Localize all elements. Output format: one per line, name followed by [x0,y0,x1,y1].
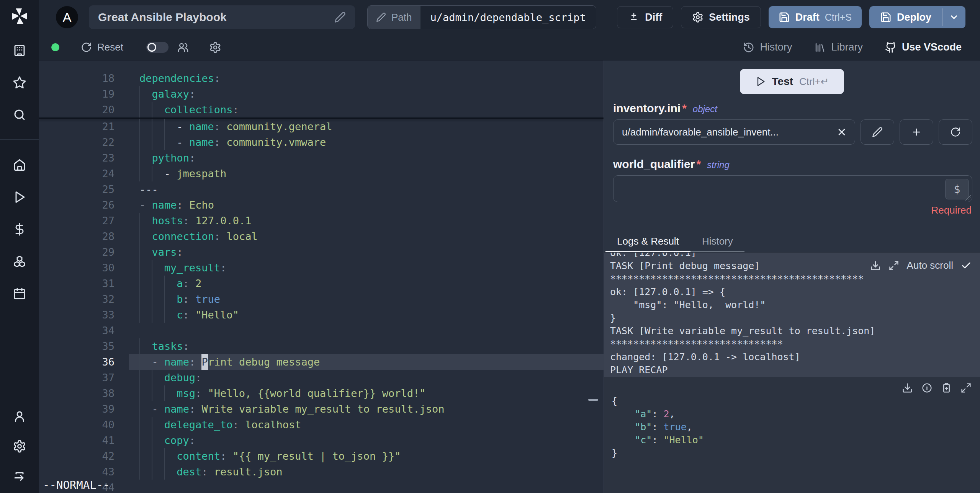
code-line[interactable]: 29vars: [39,244,604,260]
search-icon[interactable] [13,108,26,122]
home-icon[interactable] [13,158,26,172]
log-output[interactable]: ok: [127.0.0.1]TASK [Print debug message… [604,252,980,377]
reset-button[interactable]: Reset [81,41,123,53]
code-line[interactable]: 41copy: [39,433,604,448]
settings-gear-icon[interactable] [13,439,26,453]
code-line[interactable]: 19galaxy: [39,86,604,102]
log-line: "msg": "Hello, world!" [610,299,980,312]
code-line[interactable]: 42content: "{{ my_result | to_json }}" [39,448,604,464]
code-line[interactable]: 44 [39,480,604,493]
library-button[interactable]: Library [814,41,863,53]
code-line[interactable]: 33c: "Hello" [39,307,604,323]
splitter-grip[interactable] [588,399,598,401]
toggle-switch[interactable] [146,42,169,53]
settings-label: Settings [709,11,750,23]
code-line[interactable]: 22- name: community.vmware [39,134,604,150]
path-label: Path [391,11,412,23]
code-line[interactable]: 38msg: "Hello, {{world_qualifier}} world… [39,385,604,401]
settings-button[interactable]: Settings [681,6,761,28]
result-viewer[interactable]: { "a": 2, "b": true, "c": "Hello"} [604,377,980,493]
code-line[interactable]: 34 [39,323,604,338]
runs-play-icon[interactable] [13,190,26,204]
history-button[interactable]: History [743,41,792,53]
resize-handle[interactable] [965,195,971,201]
deploy-dropdown-button[interactable] [942,6,965,28]
line-number: 22 [39,134,118,150]
world-qualifier-field-label: world_qualifier * string [613,158,972,171]
test-button[interactable]: Test Ctrl+↵ [740,69,844,94]
line-number: 32 [39,291,118,307]
code-line[interactable]: 20collections: [39,102,604,118]
tab-history[interactable]: History [690,231,744,252]
deploy-button[interactable]: Deploy [869,6,942,28]
code-line[interactable]: 30my_result: [39,260,604,276]
line-number: 35 [39,338,118,354]
info-icon[interactable] [921,382,933,393]
code-line[interactable]: 37debug: [39,370,604,385]
result-line: "b": true, [612,421,980,434]
path-value[interactable]: u/admin/dependable_script [420,6,596,29]
schedules-calendar-icon[interactable] [13,287,26,300]
library-icon [814,42,826,53]
sidebar [0,0,39,493]
code-line[interactable]: 43dest: result.json [39,464,604,480]
resources-boxes-icon[interactable] [13,255,26,268]
code-line[interactable]: 27hosts: 127.0.0.1 [39,213,604,229]
line-number: 20 [39,102,118,118]
save-icon [880,11,892,23]
deploy-label: Deploy [897,11,931,23]
download-log-icon[interactable] [870,260,881,271]
code-line[interactable]: 31a: 2 [39,276,604,291]
code-line[interactable]: 39- name: Write variable my_result to re… [39,401,604,417]
history-label: History [760,41,792,53]
expand-log-icon[interactable] [888,260,899,271]
user-icon[interactable] [13,410,26,423]
use-vscode-button[interactable]: Use VScode [885,41,962,53]
clipboard-copy-icon[interactable] [941,382,952,393]
code-line[interactable]: 26- name: Echo [39,197,604,213]
edit-title-pencil-icon[interactable] [334,11,346,23]
code-line[interactable]: 23python: [39,150,604,166]
line-number: 33 [39,307,118,323]
users-icon[interactable] [177,41,189,54]
check-icon[interactable] [961,260,972,271]
add-resource-button[interactable] [900,119,933,145]
script-title-field[interactable]: Great Ansible Playbook [89,5,355,29]
clear-x-icon[interactable] [836,127,847,137]
test-label: Test [772,75,793,88]
required-error: Required [604,204,972,216]
code-editor[interactable]: 18dependencies:19galaxy:20collections:21… [39,60,604,493]
line-number: 19 [39,86,118,102]
favorites-star-icon[interactable] [13,76,26,90]
path-field[interactable]: Path u/admin/dependable_script [367,5,596,29]
toggle-knob [147,43,156,52]
billing-dollar-icon[interactable] [13,222,26,236]
refresh-resource-button[interactable] [939,119,972,145]
draft-button[interactable]: Draft Ctrl+S [769,6,862,28]
code-line[interactable]: 32b: true [39,291,604,307]
settings-gear-icon [692,11,704,23]
code-line[interactable]: 21- name: community.general [39,119,604,134]
world-qualifier-input[interactable]: $ [613,175,972,202]
editor-settings-gear-icon[interactable] [209,41,221,54]
expand-result-icon[interactable] [960,382,972,393]
code-line[interactable]: 25--- [39,181,604,197]
code-line[interactable]: 35tasks: [39,338,604,354]
log-line: ****************************** [610,338,980,351]
edit-resource-button[interactable] [861,119,894,145]
code-line[interactable]: 36- name: Print debug message [39,354,604,370]
download-result-icon[interactable] [902,382,913,393]
workspace-building-icon[interactable] [13,44,26,57]
code-line[interactable]: 24- jmespath [39,166,604,181]
collapse-sidebar-icon[interactable] [13,469,26,483]
code-line[interactable]: 40delegate_to: localhost [39,417,604,433]
inventory-resource-input[interactable]: u/admin/favorable_ansible_invent... [613,119,855,145]
tab-logs-result[interactable]: Logs & Result [605,231,690,252]
windmill-logo-icon[interactable] [10,7,29,25]
code-line[interactable]: 18dependencies: [39,70,604,86]
diff-button[interactable]: Diff [617,6,673,28]
path-label-group: Path [368,6,420,29]
code-line[interactable]: 28connection: local [39,229,604,244]
line-number: 39 [39,401,118,417]
line-number: 23 [39,150,118,166]
